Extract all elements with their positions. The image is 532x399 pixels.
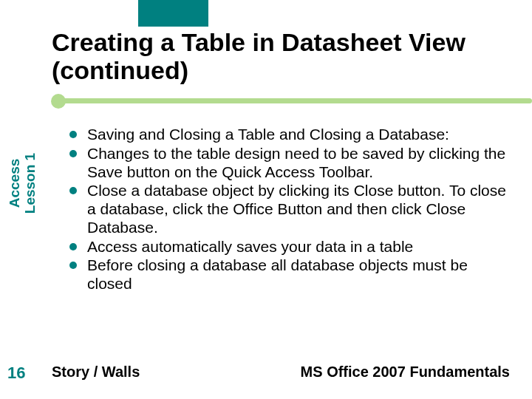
footer-left: Story / Walls: [52, 364, 140, 381]
title-underline: [0, 92, 532, 112]
bullet-item: Before closing a database all database o…: [65, 256, 508, 293]
sidebar-line1: Access: [7, 132, 23, 235]
slide: Creating a Table in Datasheet View (cont…: [0, 0, 532, 399]
page-number: 16: [7, 364, 25, 383]
bullet-item: Saving and Closing a Table and Closing a…: [65, 126, 508, 144]
body-content: Saving and Closing a Table and Closing a…: [65, 126, 508, 294]
bullet-item: Close a database object by clicking its …: [65, 182, 508, 236]
bullet-item: Changes to the table design need to be s…: [65, 145, 508, 182]
bullet-item: Access automatically saves your data in …: [65, 238, 508, 256]
accent-bar: [138, 0, 208, 27]
sidebar-line2: Lesson 1: [23, 132, 38, 235]
footer-right: MS Office 2007 Fundamentals: [301, 364, 510, 381]
footer: Story / Walls MS Office 2007 Fundamental…: [52, 364, 510, 381]
sidebar-label: Access Lesson 1: [7, 132, 38, 235]
slide-title: Creating a Table in Datasheet View (cont…: [52, 28, 510, 84]
